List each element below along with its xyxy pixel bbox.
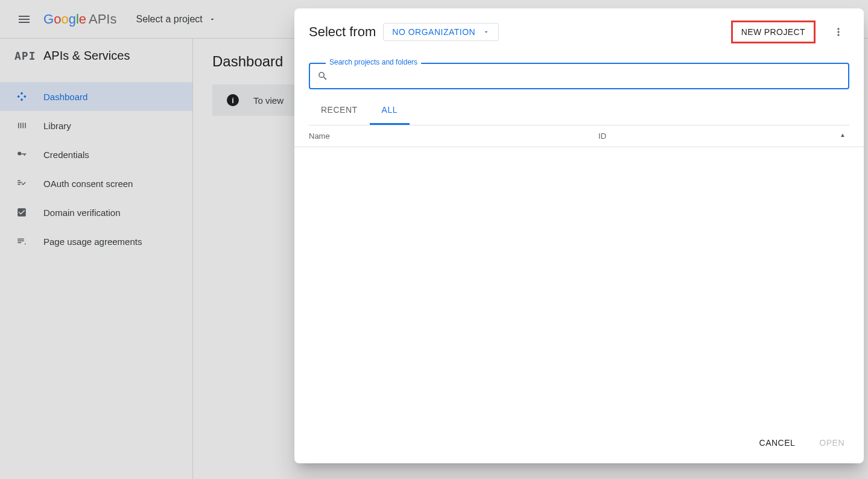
more-vert-icon [832,26,844,38]
search-label: Search projects and folders [326,58,421,66]
organization-label: NO ORGANIZATION [392,27,475,37]
new-project-button[interactable]: NEW PROJECT [731,21,816,43]
search-field[interactable] [309,63,849,89]
search-field-wrap: Search projects and folders [309,63,849,89]
organization-selector[interactable]: NO ORGANIZATION [383,23,499,41]
column-header-name[interactable]: Name [309,132,598,141]
tab-recent[interactable]: RECENT [309,97,370,125]
dropdown-arrow-icon [483,28,490,36]
project-picker-dialog: Select from NO ORGANIZATION NEW PROJECT … [294,8,864,463]
cancel-button[interactable]: CANCEL [757,433,798,452]
sort-arrow-icon: ▲ [840,132,846,141]
project-table[interactable]: Name ID ▲ [294,125,864,422]
dialog-footer: CANCEL OPEN [294,422,864,463]
tab-all[interactable]: ALL [370,97,410,125]
dialog-header: Select from NO ORGANIZATION NEW PROJECT [294,8,864,48]
table-header: Name ID ▲ [294,125,864,147]
column-header-id[interactable]: ID [598,132,840,141]
tabs: RECENT ALL [309,97,849,125]
search-icon [317,71,328,81]
search-input[interactable] [333,71,841,81]
more-options-button[interactable] [828,21,849,43]
open-button: OPEN [817,433,847,452]
dialog-title: Select from [309,24,376,40]
